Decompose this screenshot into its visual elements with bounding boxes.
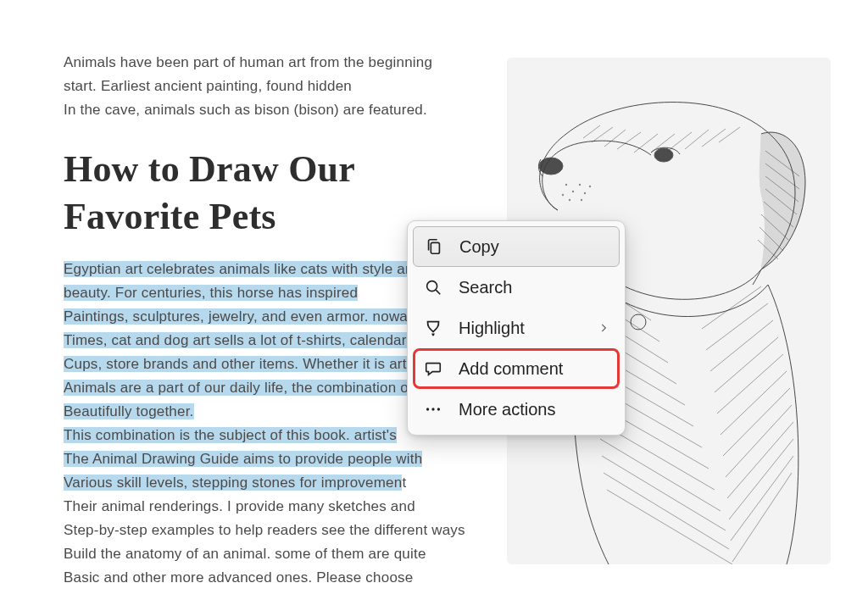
svg-point-18 (562, 194, 564, 196)
svg-point-14 (565, 184, 567, 186)
svg-point-2 (654, 148, 673, 162)
context-menu: Copy Search Highlight (407, 220, 626, 436)
menu-item-copy[interactable]: Copy (413, 226, 620, 267)
selected-text: The Animal Drawing Guide aims to provide… (64, 451, 422, 467)
document-page: Animals have been part of human art from… (0, 0, 868, 594)
chevron-right-icon (598, 319, 609, 338)
selected-text: Egyptian art celebrates animals like cat… (64, 261, 456, 277)
svg-point-56 (427, 281, 437, 291)
svg-point-15 (572, 191, 574, 192)
selected-text: Times, cat and dog art sells a lot of t-… (64, 332, 462, 348)
comment-icon (423, 358, 443, 379)
selected-text: beauty. For centuries, this horse has in… (64, 285, 358, 301)
body-line: t (402, 475, 406, 491)
highlighter-icon (423, 318, 443, 338)
menu-item-more-actions[interactable]: More actions (413, 389, 620, 430)
svg-point-20 (569, 199, 570, 201)
menu-label: Highlight (459, 319, 525, 338)
svg-point-58 (426, 408, 429, 410)
menu-label: More actions (459, 400, 556, 419)
selected-text: Paintings, sculptures, jewelry, and even… (64, 308, 439, 325)
title-line: How to Draw Our (64, 148, 355, 190)
svg-point-19 (589, 186, 591, 187)
selected-text: Beautifully together. (64, 403, 194, 419)
menu-label: Copy (459, 237, 499, 257)
svg-point-17 (584, 192, 586, 194)
svg-point-16 (579, 184, 581, 186)
selected-text: Various skill levels, stepping stones fo… (64, 475, 402, 491)
svg-point-59 (431, 408, 434, 410)
svg-point-21 (581, 199, 582, 201)
svg-rect-55 (431, 242, 439, 253)
menu-label: Search (459, 278, 512, 297)
menu-item-search[interactable]: Search (413, 267, 620, 308)
menu-label: Add comment (459, 359, 563, 379)
more-icon (423, 399, 443, 419)
svg-point-1 (539, 158, 563, 175)
svg-line-57 (436, 290, 440, 294)
menu-item-add-comment[interactable]: Add comment (413, 348, 620, 389)
body-line: Basic and other more advanced ones. Plea… (64, 566, 868, 590)
svg-point-60 (437, 408, 440, 410)
copy-icon (424, 236, 444, 257)
selected-text: This combination is the subject of this … (64, 427, 397, 443)
title-line: Favorite Pets (64, 196, 276, 237)
search-icon (423, 277, 443, 297)
menu-item-highlight[interactable]: Highlight (413, 308, 620, 348)
